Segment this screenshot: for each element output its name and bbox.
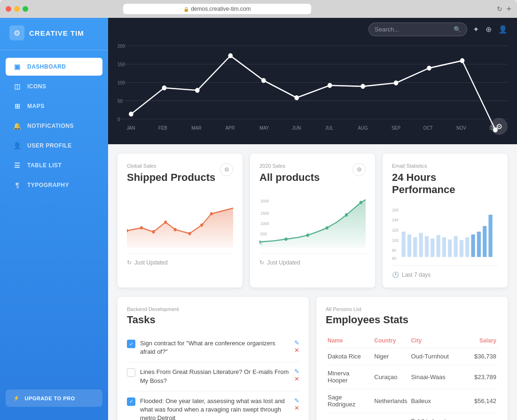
- svg-rect-73: [471, 234, 475, 257]
- sidebar-item-table-list[interactable]: ☰TABLE LIST: [6, 156, 102, 174]
- col-salary: Salary: [472, 334, 498, 348]
- svg-text:2000: 2000: [260, 198, 269, 203]
- svg-text:500: 500: [260, 231, 267, 236]
- address-bar[interactable]: 🔒 demos.creative-tim.com: [123, 4, 311, 14]
- task-text-2: Lines From Great Russian Literature? Or …: [140, 368, 290, 385]
- nav-icon-notifications: 🔔: [13, 122, 22, 130]
- refresh-icon[interactable]: ↻: [497, 5, 502, 13]
- card-title-2: All products: [259, 171, 320, 184]
- sidebar-item-maps[interactable]: ⊞MAPS: [6, 97, 102, 115]
- tasks-title: Tasks: [127, 314, 299, 326]
- svg-text:0: 0: [118, 117, 120, 122]
- task-actions-3: ✎ ✕: [294, 397, 299, 411]
- table-cell: Sage Rodriguez: [326, 389, 372, 413]
- close-dot[interactable]: [6, 6, 11, 12]
- task-delete-2[interactable]: ✕: [294, 376, 299, 382]
- svg-text:APR: APR: [226, 125, 235, 131]
- task-delete-3[interactable]: ✕: [294, 405, 299, 411]
- card-header-3: Email Statistics 24 Hours Performance: [392, 163, 498, 203]
- user-icon[interactable]: 👤: [498, 25, 508, 34]
- card-footer-1: ↻ Just Updated: [127, 253, 233, 266]
- svg-point-38: [164, 220, 167, 224]
- table-cell: Curaçao: [372, 365, 409, 389]
- svg-text:0: 0: [260, 241, 263, 246]
- nav-label-table-list: TABLE LIST: [27, 162, 62, 169]
- svg-text:1000: 1000: [260, 221, 269, 226]
- task-edit-3[interactable]: ✎: [294, 397, 299, 404]
- task-checkbox-1[interactable]: ✓: [127, 340, 135, 348]
- svg-point-41: [200, 223, 203, 226]
- svg-point-19: [427, 66, 431, 70]
- card-footer-text-3: Last 7 days: [402, 272, 431, 278]
- main-chart-area: 200 150 100 50 0: [108, 41, 517, 144]
- sidebar: ⚙ CREATIVE TIM ▣DASHBOARD◫ICONS⊞MAPS🔔NOT…: [0, 18, 108, 420]
- table-cell: Minerva Hooper: [326, 365, 372, 389]
- settings-icon[interactable]: ⊕: [486, 25, 492, 34]
- svg-text:JUN: JUN: [292, 125, 301, 131]
- topbar: 🔍 ✦ ⊕ 👤: [108, 18, 517, 41]
- new-tab-button[interactable]: +: [506, 4, 511, 14]
- card-footer-text-2: Just Updated: [267, 259, 300, 266]
- task-checkbox-3[interactable]: ✓: [127, 397, 135, 406]
- table-cell: $36,738: [472, 348, 498, 365]
- card-title-3: 24 Hours Performance: [392, 171, 498, 196]
- tasks-subtitle: Backend Development: [127, 306, 299, 312]
- sidebar-item-typography[interactable]: ¶TYPOGRAPHY: [6, 176, 102, 194]
- table-cell: $23,789: [472, 365, 498, 389]
- svg-point-37: [152, 230, 155, 233]
- svg-text:JUL: JUL: [325, 125, 334, 131]
- task-checkbox-2[interactable]: [127, 368, 135, 377]
- task-delete-1[interactable]: ✕: [294, 347, 299, 353]
- sidebar-item-user-profile[interactable]: 👤USER PROFILE: [6, 137, 102, 155]
- card-footer-2: ↻ Just Updated: [259, 253, 366, 266]
- card-settings-2[interactable]: ⚙: [352, 163, 366, 176]
- card-info-1: Global Sales Shipped Products: [127, 163, 215, 191]
- col-city: City: [409, 334, 472, 348]
- svg-point-36: [140, 226, 143, 229]
- card-footer-3: 🕐 Last 7 days: [392, 265, 498, 278]
- upgrade-button[interactable]: ⚡ UPGRADE TO PRO: [6, 389, 102, 407]
- task-edit-2[interactable]: ✎: [294, 368, 299, 375]
- svg-text:50: 50: [118, 98, 123, 103]
- nav-icon-maps: ⊞: [13, 102, 22, 110]
- sidebar-item-notifications[interactable]: 🔔NOTIFICATIONS: [6, 117, 102, 135]
- task-actions-2: ✎ ✕: [294, 368, 299, 382]
- nav-label-notifications: NOTIFICATIONS: [27, 123, 74, 129]
- svg-text:150: 150: [118, 62, 125, 67]
- task-actions-1: ✎ ✕: [294, 339, 299, 353]
- svg-rect-75: [483, 226, 486, 257]
- sidebar-logo: ⚙ CREATIVE TIM: [0, 25, 108, 50]
- sidebar-item-icons[interactable]: ◫ICONS: [6, 78, 102, 95]
- svg-point-46: [306, 233, 309, 237]
- sidebar-item-dashboard[interactable]: ▣DASHBOARD: [6, 58, 102, 76]
- maximize-dot[interactable]: [23, 6, 28, 12]
- email-stats-card: Email Statistics 24 Hours Performance 16…: [383, 154, 508, 288]
- svg-text:FEB: FEB: [158, 125, 167, 131]
- svg-text:80: 80: [392, 248, 396, 253]
- sparkle-icon[interactable]: ✦: [473, 25, 479, 34]
- nav-icon-user-profile: 👤: [13, 141, 22, 150]
- bottom-row: Backend Development Tasks ✓ Sign contrac…: [118, 297, 508, 420]
- search-input[interactable]: [375, 26, 450, 33]
- minimize-dot[interactable]: [14, 6, 20, 12]
- task-text-1: Sign contract for "What are conference o…: [140, 339, 290, 356]
- card-settings-1[interactable]: ⚙: [220, 163, 233, 176]
- svg-text:60: 60: [392, 256, 396, 260]
- task-edit-1[interactable]: ✎: [294, 339, 299, 346]
- svg-point-18: [394, 81, 398, 85]
- svg-text:AUG: AUG: [358, 125, 368, 131]
- chart-gear-button[interactable]: ⚙: [491, 118, 508, 135]
- nav-icon-typography: ¶: [13, 181, 22, 189]
- nav-icon-table-list: ☰: [13, 161, 22, 170]
- svg-point-15: [295, 96, 298, 100]
- shipped-products-card: Global Sales Shipped Products ⚙: [118, 154, 243, 288]
- search-box[interactable]: 🔍: [368, 23, 467, 36]
- performance-chart: 160 140 120 100 80 60: [392, 203, 498, 260]
- table-cell: Sinaai-Waas: [409, 365, 472, 389]
- card-header-1: Global Sales Shipped Products ⚙: [127, 163, 233, 191]
- nav-label-icons: ICONS: [27, 83, 47, 90]
- search-icon: 🔍: [454, 26, 461, 33]
- svg-rect-62: [407, 234, 411, 257]
- svg-point-11: [163, 86, 166, 90]
- card-footer-text-1: Just Updated: [134, 259, 168, 266]
